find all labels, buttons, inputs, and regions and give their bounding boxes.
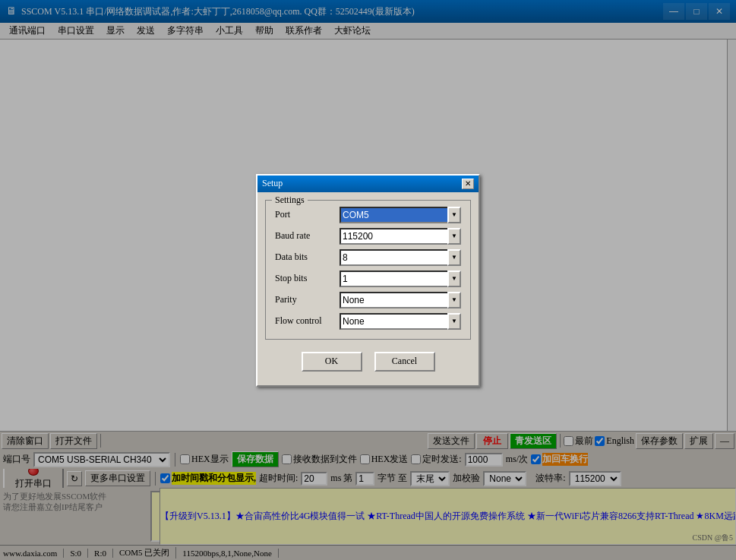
dialog-overlay: Setup ✕ Settings Port COM5 ▼	[0, 0, 736, 560]
dialog-content: Settings Port COM5 ▼ Baud rate	[257, 192, 479, 385]
stop-bits-label: Stop bits	[275, 273, 340, 284]
settings-legend: Settings	[272, 195, 308, 206]
data-bits-field-select[interactable]: 8	[340, 249, 461, 266]
parity-select-wrapper: None ▼	[340, 292, 461, 308]
flow-control-field-select[interactable]: None	[340, 313, 461, 330]
port-field-select[interactable]: COM5	[340, 207, 461, 223]
port-select-wrapper: COM5 ▼	[340, 207, 461, 223]
baud-rate-field-select[interactable]: 115200	[340, 228, 461, 245]
stop-bits-select-wrapper: 1 ▼	[340, 271, 461, 287]
stop-bits-field-select[interactable]: 1	[340, 271, 461, 287]
flow-control-row: Flow control None ▼	[275, 313, 461, 330]
data-bits-select-wrapper: 8 ▼	[340, 249, 461, 266]
baud-rate-select-wrapper: 115200 ▼	[340, 228, 461, 245]
flow-control-select-wrapper: None ▼	[340, 313, 461, 330]
dialog-buttons: OK Cancel	[265, 349, 471, 378]
parity-row: Parity None ▼	[275, 292, 461, 308]
port-field-label: Port	[275, 209, 340, 220]
flow-control-label: Flow control	[275, 315, 340, 327]
parity-field-select[interactable]: None	[340, 292, 461, 308]
parity-label: Parity	[275, 294, 340, 305]
dialog-close-button[interactable]: ✕	[462, 179, 474, 189]
port-row: Port COM5 ▼	[275, 207, 461, 223]
settings-group: Settings Port COM5 ▼ Baud rate	[265, 200, 471, 340]
data-bits-label: Data bits	[275, 252, 340, 263]
dialog-title: Setup	[262, 178, 283, 189]
setup-dialog: Setup ✕ Settings Port COM5 ▼	[256, 174, 480, 387]
stop-bits-row: Stop bits 1 ▼	[275, 271, 461, 287]
cancel-button[interactable]: Cancel	[374, 352, 435, 372]
dialog-titlebar: Setup ✕	[257, 176, 479, 192]
data-bits-row: Data bits 8 ▼	[275, 249, 461, 266]
baud-rate-label: Baud rate	[275, 230, 340, 242]
baud-rate-row: Baud rate 115200 ▼	[275, 228, 461, 245]
ok-button[interactable]: OK	[302, 352, 362, 372]
